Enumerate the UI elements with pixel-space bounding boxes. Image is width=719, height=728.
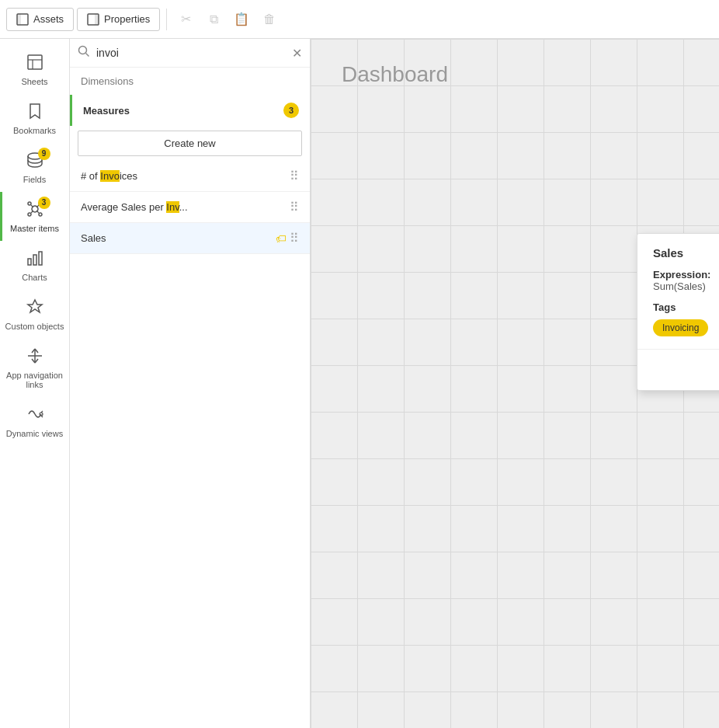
- master-items-badge: 3: [38, 197, 50, 209]
- sidebar-item-dynamic-views[interactable]: Dynamic views: [0, 397, 69, 446]
- tooltip-expression-label: Expression:: [653, 269, 719, 280]
- dynamic-views-icon: [26, 405, 44, 426]
- measure-item-invoices[interactable]: # of Invoices ⠿: [70, 161, 310, 192]
- dimensions-section-header[interactable]: Dimensions: [70, 68, 310, 95]
- bookmarks-label: Bookmarks: [13, 126, 56, 135]
- svg-rect-17: [28, 259, 31, 265]
- tooltip-body: Sales Expression: Sum(Sales) Tags Invoic…: [637, 234, 719, 349]
- delete-button[interactable]: 🗑: [257, 7, 282, 32]
- properties-icon: [87, 13, 99, 26]
- properties-button[interactable]: Properties: [77, 8, 160, 31]
- toolbar-separator: [166, 9, 167, 30]
- svg-point-12: [39, 213, 42, 216]
- app-navigation-icon: [26, 347, 44, 367]
- tooltip-popup: Sales Expression: Sum(Sales) Tags Invoic…: [637, 233, 719, 391]
- sidebar-item-master-items[interactable]: 3 Master items: [0, 192, 69, 241]
- master-items-icon: 3: [26, 200, 44, 221]
- measure-invoices-dots-icon[interactable]: ⠿: [290, 169, 299, 183]
- assets-icon: [16, 13, 29, 26]
- charts-icon: [26, 249, 44, 270]
- create-new-button[interactable]: Create new: [78, 131, 302, 156]
- custom-objects-icon: [26, 298, 44, 319]
- svg-rect-18: [33, 255, 36, 265]
- measure-avg-sales-highlight: Inv: [166, 201, 179, 213]
- charts-label: Charts: [22, 273, 47, 282]
- master-items-label: Master items: [10, 224, 59, 233]
- clear-search-button[interactable]: ✕: [292, 46, 302, 61]
- svg-rect-4: [28, 55, 42, 69]
- bookmarks-icon: [26, 102, 44, 123]
- svg-rect-3: [95, 14, 99, 25]
- tooltip-tag: Invoicing: [653, 319, 708, 336]
- sidebar-item-app-navigation[interactable]: App navigation links: [0, 339, 69, 397]
- paste-button[interactable]: 📋: [229, 7, 254, 32]
- svg-point-9: [28, 202, 31, 205]
- fields-label: Fields: [23, 175, 46, 184]
- fields-icon: 9: [26, 151, 44, 172]
- sidebar-item-custom-objects[interactable]: Custom objects: [0, 290, 69, 339]
- measure-sales-tag-icon: 🏷: [276, 232, 287, 245]
- dynamic-views-label: Dynamic views: [6, 429, 63, 438]
- sidebar-item-sheets[interactable]: Sheets: [0, 45, 69, 94]
- custom-objects-label: Custom objects: [5, 322, 64, 331]
- properties-label: Properties: [104, 13, 150, 25]
- measures-section-header[interactable]: Measures 3: [70, 95, 310, 126]
- dashboard: Dashboard Sales Expression: Sum(Sales) T…: [311, 39, 719, 728]
- toolbar: Assets Properties ✂ ⧉ 📋 🗑: [0, 0, 719, 39]
- app-navigation-label: App navigation links: [3, 371, 66, 389]
- measure-item-avg-sales[interactable]: Average Sales per Inv... ⠿: [70, 192, 310, 223]
- measure-avg-sales-dots-icon[interactable]: ⠿: [290, 200, 299, 214]
- svg-rect-1: [17, 14, 21, 25]
- cut-button[interactable]: ✂: [173, 7, 198, 32]
- fields-badge: 9: [38, 148, 50, 160]
- svg-point-11: [28, 213, 31, 216]
- svg-point-23: [79, 47, 87, 54]
- sheets-icon: [26, 53, 44, 74]
- measure-invoices-highlight: Invo: [100, 170, 120, 182]
- sidebar-item-bookmarks[interactable]: Bookmarks: [0, 94, 69, 143]
- dashboard-title: Dashboard: [342, 62, 448, 87]
- panel: ✕ Dimensions Measures 3 Create new # of …: [70, 39, 311, 728]
- search-bar: ✕: [70, 39, 310, 68]
- tooltip-expression-value: Sum(Sales): [653, 280, 719, 292]
- measure-item-sales[interactable]: Sales 🏷 ⠿: [70, 223, 310, 254]
- svg-rect-19: [39, 252, 42, 265]
- main-content: Sheets Bookmarks 9 Fields: [0, 39, 719, 728]
- svg-line-24: [86, 54, 89, 57]
- measures-count-badge: 3: [283, 103, 299, 118]
- tooltip-footer: [637, 349, 719, 390]
- measure-invoices-actions: ⠿: [290, 169, 299, 183]
- sidebar-item-charts[interactable]: Charts: [0, 241, 69, 290]
- measure-sales-actions: 🏷 ⠿: [276, 231, 299, 246]
- search-icon: [78, 45, 90, 61]
- assets-button[interactable]: Assets: [6, 8, 74, 31]
- tooltip-tags-label: Tags: [653, 301, 719, 313]
- create-new-label: Create new: [164, 138, 215, 149]
- tooltip-title: Sales: [653, 246, 719, 260]
- sidebar-item-fields[interactable]: 9 Fields: [0, 143, 69, 192]
- measure-avg-sales-actions: ⠿: [290, 200, 299, 214]
- sidebar: Sheets Bookmarks 9 Fields: [0, 39, 70, 728]
- measure-avg-sales-label: Average Sales per Inv...: [81, 201, 290, 213]
- copy-button[interactable]: ⧉: [201, 7, 226, 32]
- measure-sales-label: Sales: [81, 232, 276, 244]
- measure-sales-dots-icon[interactable]: ⠿: [290, 231, 299, 246]
- measure-invoices-label: # of Invoices: [81, 170, 290, 182]
- measures-label: Measures: [83, 105, 130, 117]
- search-input[interactable]: [96, 47, 286, 59]
- dimensions-label: Dimensions: [81, 75, 134, 87]
- assets-label: Assets: [33, 13, 64, 25]
- panel-content: Dimensions Measures 3 Create new # of In…: [70, 68, 310, 728]
- sheets-label: Sheets: [21, 77, 47, 86]
